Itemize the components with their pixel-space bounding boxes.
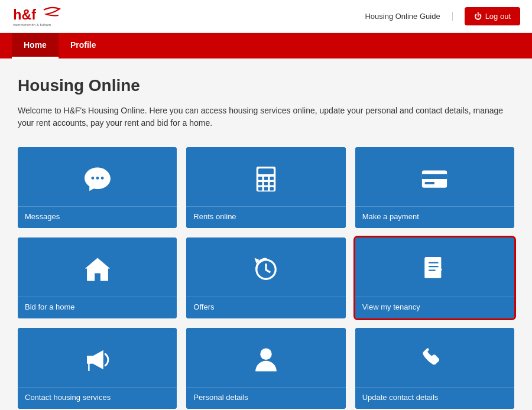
svg-point-30	[260, 349, 272, 360]
svg-rect-23	[424, 258, 427, 278]
tile-messages[interactable]: Messages	[18, 147, 177, 228]
calculator-icon	[251, 164, 281, 194]
svg-text:h&f: h&f	[13, 6, 36, 22]
tile-offers-icon-area	[186, 237, 345, 297]
tile-update-contact[interactable]: Update contact details	[355, 328, 514, 409]
svg-rect-6	[258, 168, 274, 174]
logout-label: Log out	[485, 12, 511, 21]
nav-home[interactable]: Home	[12, 33, 59, 58]
tile-personal-details[interactable]: Personal details	[186, 328, 345, 409]
svg-marker-20	[85, 258, 110, 281]
tile-update-contact-label-area: Update contact details	[355, 387, 514, 409]
tile-personal-label-area: Personal details	[186, 387, 345, 409]
home-icon	[82, 254, 113, 285]
tile-messages-icon-area	[18, 147, 177, 206]
tile-payment-label-area: Make a payment	[355, 206, 514, 228]
svg-rect-14	[264, 187, 268, 191]
navigation: Home Profile	[0, 33, 532, 58]
chat-icon	[82, 164, 113, 194]
svg-rect-19	[425, 182, 434, 184]
tile-messages-label: Messages	[25, 212, 60, 221]
nav-profile[interactable]: Profile	[59, 33, 108, 58]
svg-rect-22	[425, 257, 442, 278]
phone-icon	[419, 344, 450, 375]
tile-tenancy-label: View my tenancy	[362, 302, 420, 311]
tile-tenancy-label-area: View my tenancy	[355, 297, 514, 318]
page-title: Housing Online	[18, 76, 514, 95]
svg-rect-9	[270, 177, 274, 180]
svg-rect-29	[87, 356, 93, 364]
tile-payment-label: Make a payment	[362, 212, 419, 221]
tile-bid-label-area: Bid for a home	[18, 297, 177, 318]
tile-offers-label-area: Offers	[186, 297, 345, 318]
tiles-grid: Messages	[18, 147, 514, 410]
svg-point-3	[96, 177, 99, 180]
tile-payment-icon-area	[355, 147, 514, 206]
tile-bid-icon-area	[18, 237, 177, 297]
tile-personal-icon-area	[186, 328, 345, 387]
svg-rect-17	[422, 174, 447, 179]
tile-make-payment[interactable]: Make a payment	[355, 147, 514, 228]
tile-tenancy-icon-area	[355, 237, 514, 297]
logo-svg: h&f hammersmith & fulham	[12, 5, 65, 28]
svg-text:hammersmith & fulham: hammersmith & fulham	[13, 22, 51, 26]
tile-offers-label: Offers	[193, 302, 214, 311]
header-right: Housing Online Guide ⏻ Log out	[365, 7, 520, 25]
svg-rect-10	[258, 182, 262, 186]
tile-personal-label: Personal details	[193, 393, 248, 402]
logo: h&f hammersmith & fulham	[12, 5, 65, 28]
svg-rect-11	[264, 182, 268, 186]
tile-rents-online[interactable]: Rents online	[186, 147, 345, 228]
svg-point-4	[100, 177, 103, 180]
svg-rect-13	[258, 187, 262, 191]
tile-view-tenancy[interactable]: View my tenancy	[355, 237, 514, 318]
page-description: Welcome to H&F's Housing Online. Here yo…	[18, 105, 514, 129]
guide-label: Housing Online Guide	[365, 12, 440, 21]
tile-rents-label: Rents online	[193, 212, 236, 221]
svg-rect-12	[270, 182, 274, 186]
tile-contact-label: Contact housing services	[25, 393, 111, 402]
tile-rents-label-area: Rents online	[186, 206, 345, 228]
tile-rents-icon-area	[186, 147, 345, 206]
tile-update-contact-label: Update contact details	[362, 393, 439, 402]
logout-icon: ⏻	[474, 12, 482, 21]
svg-rect-7	[258, 177, 262, 180]
tile-bid-label: Bid for a home	[25, 302, 75, 311]
header: h&f hammersmith & fulham Housing Online …	[0, 0, 532, 33]
svg-point-2	[91, 177, 94, 180]
svg-rect-15	[270, 187, 274, 191]
tile-messages-label-area: Messages	[18, 206, 177, 228]
main-content: Housing Online Welcome to H&F's Housing …	[6, 58, 526, 410]
tile-bid-home[interactable]: Bid for a home	[18, 237, 177, 318]
svg-rect-8	[264, 177, 268, 180]
guide-link[interactable]: Housing Online Guide	[365, 12, 452, 21]
tile-contact-label-area: Contact housing services	[18, 387, 177, 409]
history-icon	[251, 254, 281, 285]
person-icon	[251, 344, 281, 375]
megaphone-icon	[82, 344, 113, 375]
card-icon	[419, 164, 450, 194]
tile-contact-icon-area	[18, 328, 177, 387]
logout-button[interactable]: ⏻ Log out	[465, 7, 520, 25]
tile-offers[interactable]: Offers	[186, 237, 345, 318]
book-icon	[419, 254, 450, 285]
tile-update-contact-icon-area	[355, 328, 514, 387]
tile-contact-housing[interactable]: Contact housing services	[18, 328, 177, 409]
